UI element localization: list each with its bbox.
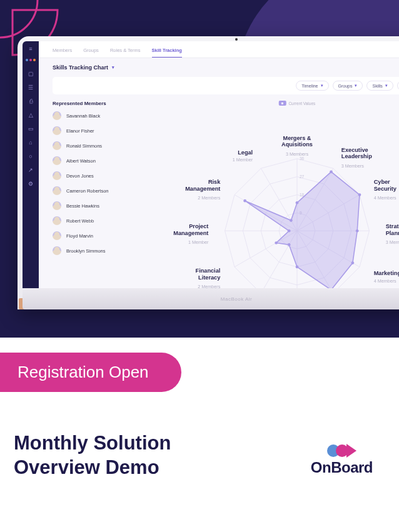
tab-groups[interactable]: Groups [83, 45, 99, 58]
event-headline: Monthly Solution Overview Demo [14, 431, 171, 480]
svg-text:ExecutiveLeadership: ExecutiveLeadership [341, 147, 372, 159]
svg-point-28 [288, 243, 291, 246]
legend-label: Current Values [288, 101, 315, 106]
svg-text:StrategicPlanning: StrategicPlanning [386, 223, 399, 236]
svg-text:Legal: Legal [238, 149, 253, 156]
svg-text:CyberSecurity: CyberSecurity [374, 179, 397, 191]
member-name: Devon Jones [66, 173, 94, 179]
avatar [53, 186, 61, 195]
member-name: Brooklyn Simmons [66, 248, 106, 254]
laptop-base: MacBook Air [23, 288, 399, 309]
avatar [53, 246, 61, 255]
app-screen: ≡ ▢ ☰ ⎙ △ ▭ ⌂ ○ ↗ ⚙ [23, 41, 399, 288]
chart-title[interactable]: Skills Tracking Chart ▾ [53, 64, 399, 71]
tab-roles-terms[interactable]: Roles & Terms [110, 45, 141, 58]
member-row[interactable]: Savannah Black [53, 111, 146, 120]
laptop-frame: ≡ ▢ ☰ ⎙ △ ▭ ⌂ ○ ↗ ⚙ [18, 36, 399, 309]
member-row[interactable]: Devon Jones [53, 171, 146, 180]
svg-point-22 [330, 170, 333, 173]
menu-icon[interactable]: ≡ [27, 45, 34, 53]
headline-line-2: Overview Demo [14, 456, 171, 480]
avatar [53, 216, 61, 225]
svg-text:2 Members: 2 Members [198, 284, 220, 288]
sidebar-item-7-icon[interactable]: ○ [27, 153, 34, 160]
member-row[interactable]: Robert Webb [53, 216, 146, 225]
members-column: Represented Members Savannah BlackElanor… [53, 101, 146, 288]
avatar [53, 171, 61, 180]
sidebar: ≡ ▢ ☰ ⎙ △ ▭ ⌂ ○ ↗ ⚙ [23, 41, 39, 288]
sidebar-item-2-icon[interactable]: ☰ [27, 84, 34, 91]
sidebar-item-1-icon[interactable]: ▢ [27, 70, 34, 78]
avatar [53, 141, 61, 150]
svg-point-25 [351, 261, 355, 264]
app-logo-icon [26, 59, 36, 61]
svg-text:4 Members: 4 Members [374, 278, 396, 284]
chevron-down-icon: ▾ [112, 65, 114, 70]
member-row[interactable]: Albert Watson [53, 156, 146, 165]
registration-banner: Registration Open [0, 353, 181, 392]
tab-skill-tracking[interactable]: Skill Tracking [152, 45, 182, 58]
headline-line-1: Monthly Solution [14, 431, 171, 456]
laptop-mockup: ≡ ▢ ☰ ⎙ △ ▭ ⌂ ○ ↗ ⚙ [18, 36, 399, 324]
svg-text:1 Member: 1 Member [233, 157, 253, 163]
radar-svg: 9182736Mergers &Aquisitions3 MembersExec… [158, 101, 399, 288]
svg-text:ProjectManagement: ProjectManagement [173, 223, 208, 236]
svg-text:3 Members: 3 Members [341, 163, 364, 169]
member-name: Robert Webb [66, 218, 94, 224]
sidebar-item-4-icon[interactable]: △ [27, 111, 34, 119]
filter-skills[interactable]: Skills▾ [366, 81, 393, 91]
avatar [53, 231, 61, 240]
avatar [53, 156, 61, 165]
filter-timeline[interactable]: Timeline▾ [296, 81, 328, 91]
member-row[interactable]: Cameron Robertson [53, 186, 146, 195]
member-name: Albert Watson [66, 158, 96, 164]
svg-point-24 [356, 229, 359, 233]
svg-text:3 Members: 3 Members [386, 239, 399, 245]
lower-section: Registration Open Monthly Solution Overv… [0, 338, 399, 532]
chart-legend: ■ Current Values [279, 101, 316, 106]
svg-text:3 Members: 3 Members [286, 151, 308, 157]
svg-text:1 Member: 1 Member [188, 239, 209, 245]
member-row[interactable]: Brooklyn Simmons [53, 246, 146, 255]
svg-text:4 Members: 4 Members [374, 195, 396, 201]
camera-icon [235, 38, 238, 41]
sidebar-item-6-icon[interactable]: ⌂ [27, 139, 34, 146]
content-area: Skills Tracking Chart ▾ Timeline▾Groups▾… [39, 58, 399, 288]
svg-point-23 [358, 193, 361, 196]
sidebar-item-8-icon[interactable]: ↗ [27, 166, 34, 174]
filter-groups[interactable]: Groups▾ [333, 81, 363, 91]
member-name: Floyd Marvin [66, 233, 93, 239]
svg-point-32 [290, 219, 293, 222]
brand-name: OnBoard [311, 459, 373, 476]
members-title: Represented Members [53, 101, 146, 106]
member-row[interactable]: Ronald Simmons [53, 141, 146, 150]
legend-swatch: ■ [279, 101, 286, 106]
filter-row: Timeline▾Groups▾Skills▾Members▾ [53, 77, 399, 94]
members-list: Savannah BlackElanor FisherRonald Simmon… [53, 111, 146, 255]
tab-members[interactable]: Members [53, 45, 72, 58]
avatar [53, 126, 61, 135]
member-row[interactable]: Elanor Fisher [53, 126, 146, 135]
member-name: Bessie Hawkins [66, 203, 99, 209]
svg-text:Mergers &Aquisitions: Mergers &Aquisitions [281, 135, 313, 148]
member-row[interactable]: Bessie Hawkins [53, 201, 146, 210]
sidebar-item-5-icon[interactable]: ▭ [27, 125, 34, 133]
svg-point-30 [288, 229, 291, 233]
sidebar-item-3-icon[interactable]: ⎙ [27, 98, 34, 105]
svg-text:FinancialLiteracy: FinancialLiteracy [196, 268, 221, 280]
laptop-badge: MacBook Air [221, 296, 252, 302]
svg-text:36: 36 [300, 156, 305, 161]
svg-point-27 [296, 266, 299, 269]
member-name: Cameron Robertson [66, 188, 109, 194]
member-name: Savannah Black [66, 113, 100, 119]
svg-text:2 Members: 2 Members [198, 195, 220, 201]
svg-text:RiskManagement: RiskManagement [185, 179, 221, 191]
member-name: Ronald Simmons [66, 143, 102, 149]
main-panel: MembersGroupsRoles & TermsSkill Tracking… [39, 41, 399, 288]
sidebar-item-9-icon[interactable]: ⚙ [27, 180, 34, 188]
member-row[interactable]: Floyd Marvin [53, 231, 146, 240]
svg-marker-20 [245, 172, 360, 288]
brand-logo-icon [327, 444, 356, 458]
tabs-row: MembersGroupsRoles & TermsSkill Tracking [39, 41, 399, 58]
svg-point-31 [243, 199, 246, 203]
